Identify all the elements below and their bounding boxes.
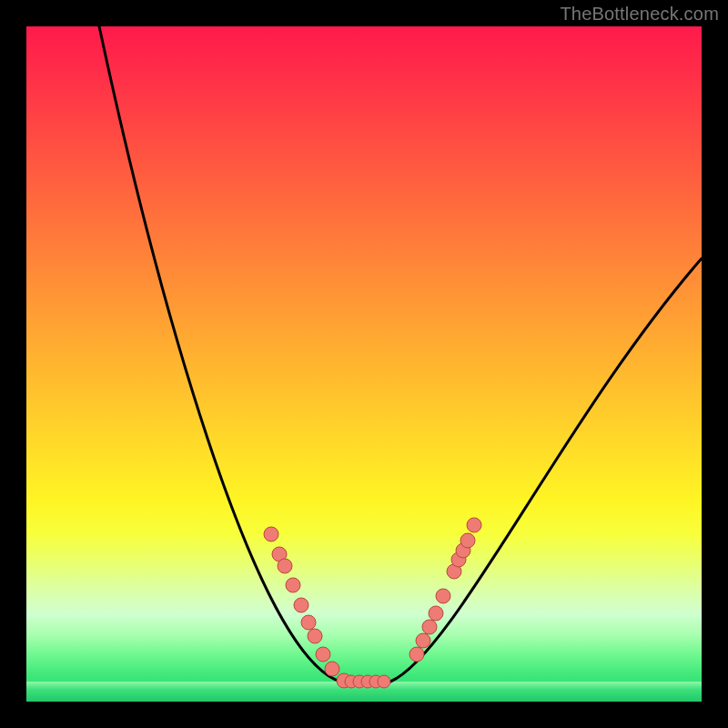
data-marker [410, 647, 424, 662]
data-markers [264, 518, 481, 688]
data-marker [286, 578, 300, 592]
data-marker [301, 615, 316, 630]
watermark-text: TheBottleneck.com [560, 4, 719, 25]
chart-svg [26, 26, 702, 702]
data-marker [294, 598, 308, 612]
plot-area [26, 26, 702, 702]
data-marker [316, 647, 330, 662]
data-marker [308, 629, 322, 643]
data-marker [422, 620, 437, 634]
curve-path [99, 26, 702, 682]
chart-frame: TheBottleneck.com [0, 0, 728, 728]
data-marker [460, 533, 475, 548]
data-marker [378, 675, 390, 688]
data-marker [436, 589, 450, 603]
data-marker [416, 633, 430, 648]
data-marker [467, 518, 481, 532]
data-marker [264, 527, 278, 541]
data-marker [429, 606, 443, 621]
data-marker [278, 559, 292, 573]
bottleneck-curve [99, 26, 702, 682]
data-marker [325, 662, 339, 676]
